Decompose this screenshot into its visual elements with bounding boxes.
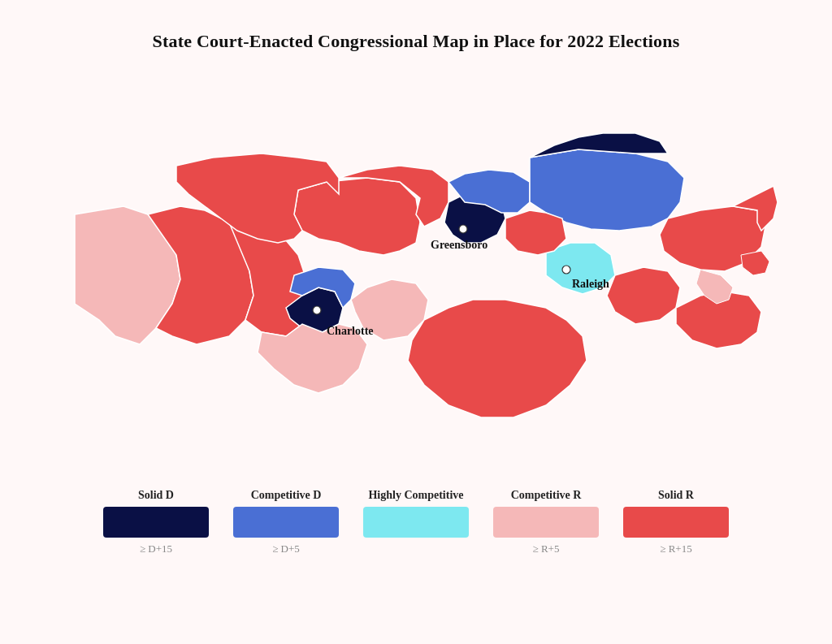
legend-highly-competitive-box — [363, 507, 469, 538]
legend-highly-competitive-label: Highly Competitive — [368, 489, 463, 502]
svg-point-0 — [313, 306, 321, 314]
legend-solid-r-box — [623, 507, 729, 538]
legend-highly-competitive: Highly Competitive — [363, 489, 469, 542]
legend-competitive-d-label: Competitive D — [251, 489, 322, 502]
svg-text:Raleigh: Raleigh — [572, 278, 609, 290]
legend: Solid D ≥ D+15 Competitive D ≥ D+5 Highl… — [50, 489, 782, 555]
legend-solid-d-box — [103, 507, 209, 538]
legend-competitive-d-sublabel: ≥ D+5 — [272, 542, 300, 555]
svg-text:Charlotte: Charlotte — [327, 325, 374, 337]
svg-point-2 — [459, 225, 467, 233]
legend-competitive-r: Competitive R ≥ R+5 — [493, 489, 599, 555]
legend-solid-r-sublabel: ≥ R+15 — [660, 542, 691, 555]
legend-competitive-d-box — [233, 507, 339, 538]
legend-competitive-d: Competitive D ≥ D+5 — [233, 489, 339, 555]
legend-solid-d-sublabel: ≥ D+15 — [140, 542, 172, 555]
legend-solid-r-label: Solid R — [658, 489, 694, 502]
legend-competitive-r-label: Competitive R — [511, 489, 582, 502]
svg-point-4 — [562, 266, 570, 274]
map-container: Charlotte Greensboro Raleigh — [50, 68, 782, 466]
title: State Court-Enacted Congressional Map in… — [152, 31, 679, 52]
legend-solid-r: Solid R ≥ R+15 — [623, 489, 729, 555]
svg-text:Greensboro: Greensboro — [431, 239, 488, 251]
legend-solid-d-label: Solid D — [138, 489, 174, 502]
legend-solid-d: Solid D ≥ D+15 — [103, 489, 209, 555]
legend-competitive-r-sublabel: ≥ R+5 — [533, 542, 560, 555]
legend-competitive-r-box — [493, 507, 599, 538]
